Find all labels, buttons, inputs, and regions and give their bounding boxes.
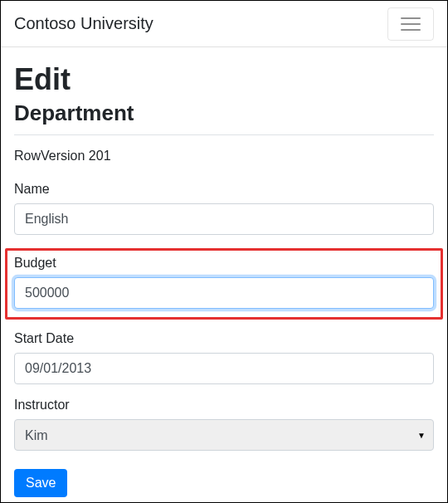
instructor-label: Instructor [14, 398, 434, 413]
instructor-select-wrapper: Kim ▼ [14, 419, 434, 451]
navbar-brand[interactable]: Contoso University [14, 14, 153, 33]
budget-highlight: Budget [5, 248, 443, 320]
name-input[interactable] [14, 203, 434, 235]
form-group-name: Name [14, 182, 434, 235]
main-container: Edit Department RowVersion 201 Name Budg… [1, 47, 447, 503]
form-group-startdate: Start Date [14, 331, 434, 384]
rowversion-text: RowVersion 201 [14, 149, 434, 164]
name-label: Name [14, 182, 434, 197]
rowversion-value: 201 [89, 149, 111, 163]
startdate-input[interactable] [14, 353, 434, 384]
hamburger-icon [401, 29, 421, 31]
form-group-instructor: Instructor Kim ▼ [14, 398, 434, 451]
page-subtitle: Department [14, 100, 434, 126]
startdate-label: Start Date [14, 331, 434, 346]
navbar-toggler[interactable] [387, 7, 434, 41]
hamburger-icon [401, 17, 421, 19]
budget-label: Budget [14, 256, 434, 271]
instructor-select[interactable]: Kim [14, 419, 434, 451]
budget-input[interactable] [14, 277, 434, 309]
hamburger-icon [401, 23, 421, 25]
rowversion-label: RowVersion [14, 149, 85, 163]
divider [14, 134, 434, 135]
page-title: Edit [14, 62, 434, 97]
save-button[interactable]: Save [14, 469, 67, 497]
navbar: Contoso University [1, 1, 447, 47]
